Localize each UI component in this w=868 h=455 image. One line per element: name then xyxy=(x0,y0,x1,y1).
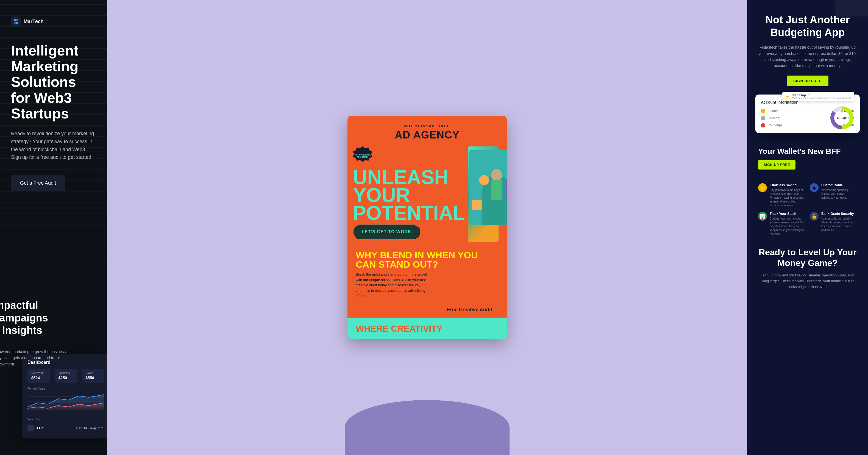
left-overlay-title: ImpactfulCampaigns& Insights xyxy=(0,299,74,337)
ad-bottom-text: WHERE CREATIVITY xyxy=(356,324,499,334)
right-hero-title: Not Just Another Budgeting App xyxy=(758,14,857,39)
svg-rect-0 xyxy=(14,19,16,21)
right-hero-desc: Fintastech takes the hassle out of savin… xyxy=(758,44,857,69)
ad-hero-section: TOP WORLDWIDE AD AGENCY UNLEASH YOUR POT… xyxy=(347,144,507,245)
account-card: ⚡ Credit top up $500 has been successful… xyxy=(755,94,860,133)
feature-icon-track: 📊 xyxy=(758,212,767,221)
watch-list-label: Watch List xyxy=(28,418,104,421)
roundups-dot xyxy=(761,123,765,127)
stat-spending-val: $250 xyxy=(59,375,73,380)
feature-desc-saving: Say goodbye to the days of mindless spen… xyxy=(770,188,805,207)
ad-tagline-small: NOT YOUR AVERAGE xyxy=(356,124,499,128)
feature-item-custom: ◆ Customizable Whether big spending, cho… xyxy=(810,183,857,207)
feature-item-bank: 🔒 Bank-Grade Security Your security our … xyxy=(810,212,857,236)
feature-desc-custom: Whether big spending, choose your dollar… xyxy=(821,188,857,200)
ad-sub-section: WHY BLEND IN WHEN YOU CAN STAND OUT? Bre… xyxy=(347,245,507,304)
logo-text: MarTech xyxy=(24,19,44,25)
ad-free-audit: Free Creative Audit → xyxy=(347,304,507,318)
ad-main-title: UNLEASH YOUR POTENTIAL xyxy=(353,169,465,222)
left-panel: MarTech Intelligent Marketing Solutions … xyxy=(0,0,107,455)
svg-rect-16 xyxy=(491,180,502,200)
stat-networth: Net Worth $524 xyxy=(28,369,50,383)
feature-item-track: 📊 Track Your Stash Curious how much mool… xyxy=(758,212,805,236)
dash-stats: Net Worth $524 Spending $250 Saved $550 xyxy=(28,369,104,383)
ad-image-placeholder xyxy=(468,147,499,242)
right-panel: Not Just Another Budgeting App Fintastec… xyxy=(747,0,868,455)
svg-rect-3 xyxy=(16,22,18,24)
stat-saved: Saved $550 xyxy=(82,369,104,383)
feature-title-bank: Bank-Grade Security xyxy=(821,212,857,216)
signup-button-top[interactable]: SIGN UP FREE xyxy=(787,75,829,86)
audit-button[interactable]: Get a Free Audit xyxy=(11,175,65,191)
cta-desc: Sign up now and start saving smarter, sp… xyxy=(758,273,857,290)
badge-icon: TOP WORLDWIDE AD AGENCY xyxy=(353,147,372,166)
watch-price: $1420.04 · 14 Apr 2023 xyxy=(76,427,104,430)
feature-icon-custom: ◆ xyxy=(810,183,818,192)
credit-badge: ⚡ Credit top up $500 has been successful… xyxy=(782,92,854,101)
feature-title-saving: Effortless Saving xyxy=(770,183,805,187)
ad-text-col: TOP WORLDWIDE AD AGENCY UNLEASH YOUR POT… xyxy=(353,144,465,245)
svg-point-15 xyxy=(491,169,502,181)
left-overlay-subtitle: AI-powered marketing to grow the busines… xyxy=(0,349,69,367)
cta-title: Ready to Level Up Your Money Game? xyxy=(758,247,857,268)
right-bff-section: Your Wallet's New BFF SIGN UP FREE xyxy=(747,139,868,184)
phone-hint xyxy=(835,0,868,17)
ad-bottom: WHERE CREATIVITY xyxy=(347,318,507,339)
bff-title: Your Wallet's New BFF xyxy=(758,147,857,156)
stat-networth-val: $524 xyxy=(31,375,46,380)
ad-card: NOT YOUR AVERAGE AD AGENCY TOP WORLDWIDE… xyxy=(347,116,507,339)
credit-icon: ⚡ xyxy=(785,94,790,99)
watch-item: AAPL $1420.04 · 14 Apr 2023 xyxy=(28,423,104,433)
feature-desc-track: Curious how much moolah you've squirrele… xyxy=(770,217,805,236)
logo-bar: MarTech xyxy=(11,17,96,26)
svg-rect-12 xyxy=(472,200,482,210)
donut-chart: $19.3k xyxy=(830,105,854,130)
features-grid: ⚡ Effortless Saving Say goodbye to the d… xyxy=(747,183,868,236)
watch-thumb xyxy=(28,425,34,431)
badge-text: TOP WORLDWIDE AD AGENCY xyxy=(353,154,372,158)
credit-title: Credit top up xyxy=(792,93,851,97)
feature-title-track: Track Your Stash xyxy=(770,212,805,216)
ad-free-link[interactable]: Free Creative Audit → xyxy=(447,307,499,313)
stat-saved-val: $550 xyxy=(86,375,100,380)
right-cta-section: Ready to Level Up Your Money Game? Sign … xyxy=(747,236,868,298)
purple-shape xyxy=(345,400,509,455)
ad-header: NOT YOUR AVERAGE AD AGENCY xyxy=(347,116,507,144)
feature-desc-bank: Your security our priority. State-of-the… xyxy=(821,217,857,232)
chart-area xyxy=(28,392,104,411)
savings-dot xyxy=(761,116,765,120)
svg-rect-17 xyxy=(506,180,507,198)
feature-item-saving: ⚡ Effortless Saving Say goodbye to the d… xyxy=(758,183,805,207)
balance-label: Balance: xyxy=(768,109,839,113)
logo-icon xyxy=(11,17,21,26)
stat-saved-label: Saved xyxy=(86,371,100,374)
stat-spending-label: Spending xyxy=(59,371,73,374)
svg-point-14 xyxy=(479,175,489,185)
balance-dot xyxy=(761,109,765,113)
feature-title-custom: Customizable xyxy=(821,183,857,187)
ad-image-col xyxy=(465,144,501,245)
portfolio-label: Portfolio Value xyxy=(28,387,104,390)
signup-button-green[interactable]: SIGN UP FREE xyxy=(758,160,796,170)
middle-panel: NOT YOUR AVERAGE AD AGENCY TOP WORLDWIDE… xyxy=(107,0,747,455)
ad-sub-title: WHY BLEND IN WHEN YOU CAN STAND OUT? xyxy=(356,250,499,269)
left-top-section: MarTech Intelligent Marketing Solutions … xyxy=(0,0,107,202)
svg-rect-1 xyxy=(16,19,18,21)
stat-spending: Spending $250 xyxy=(55,369,78,383)
left-hero-subtitle: Ready to revolutionize your marketing st… xyxy=(11,130,96,161)
donut-total: $19.3k xyxy=(837,116,846,120)
watch-list: Watch List AAPL $1420.04 · 14 Apr 2023 xyxy=(28,415,104,433)
feature-icon-saving: ⚡ xyxy=(758,183,767,192)
ad-description: Break the mold and stand out from the cr… xyxy=(356,272,433,299)
svg-rect-2 xyxy=(14,22,16,24)
left-hero-title: Intelligent Marketing Solutions for Web3… xyxy=(11,43,96,121)
watch-symbol: AAPL xyxy=(36,426,44,430)
ad-cta-button[interactable]: LET'S GET TO WORK xyxy=(353,224,420,239)
stat-networth-label: Net Worth xyxy=(31,371,46,374)
ad-agency-title: AD AGENCY xyxy=(356,129,499,141)
feature-icon-bank: 🔒 xyxy=(810,212,818,221)
credit-sub: $500 has been successfully deposited to … xyxy=(792,97,851,99)
